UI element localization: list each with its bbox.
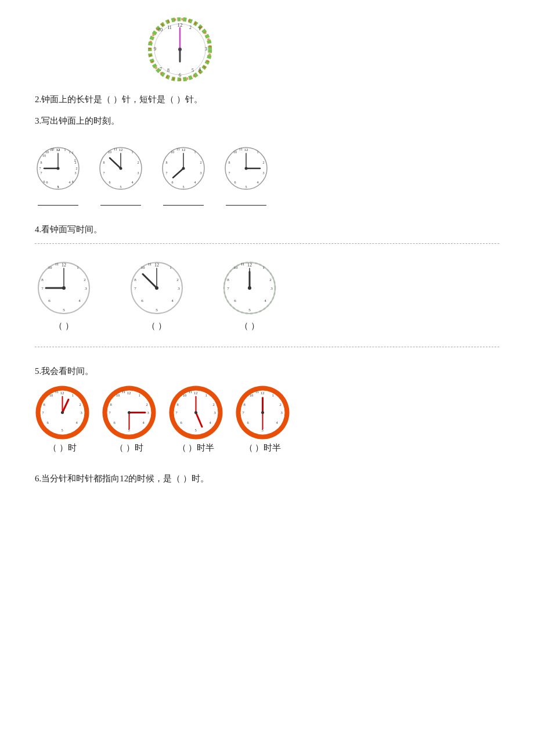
svg-text:12: 12: [261, 391, 265, 395]
svg-text:10: 10: [108, 150, 111, 154]
svg-text:8: 8: [227, 278, 229, 282]
svg-text:11: 11: [148, 262, 152, 267]
svg-text:2: 2: [75, 161, 77, 164]
svg-text:6: 6: [179, 73, 181, 78]
svg-text:8: 8: [243, 402, 245, 406]
svg-text:3: 3: [75, 171, 77, 175]
clock-4a: 12 1 2 3 4 5 6 7 8 10 11 （: [35, 259, 93, 332]
svg-text:8: 8: [41, 278, 44, 282]
svg-text:10: 10: [171, 150, 174, 154]
svg-text:1: 1: [205, 393, 207, 397]
svg-text:12: 12: [127, 391, 132, 395]
svg-point-17: [178, 48, 182, 51]
svg-text:4: 4: [72, 180, 74, 183]
svg-text:12: 12: [56, 147, 61, 152]
svg-text:2: 2: [176, 278, 179, 282]
clock-3b: 12 1 2 3 4 5 6 7 8 10 11: [98, 145, 144, 206]
svg-text:8: 8: [110, 402, 111, 406]
question-3-label: 3.写出钟面上的时刻。: [35, 113, 499, 129]
svg-text:11: 11: [51, 147, 55, 151]
clock-4c: 12 1 2 3 4 5 6 7 8 10 11 （ ）: [221, 259, 279, 332]
svg-text:2: 2: [146, 402, 147, 406]
svg-text:10: 10: [49, 393, 53, 397]
clock-5b: 12 1 2 3 4 5 6 7 8 10 11 （ ）时: [102, 385, 157, 453]
svg-text:7: 7: [134, 286, 136, 291]
svg-text:6: 6: [234, 181, 236, 184]
svg-text:1: 1: [138, 393, 140, 397]
svg-text:11: 11: [55, 262, 59, 267]
svg-text:1: 1: [169, 265, 172, 270]
svg-text:3: 3: [205, 46, 207, 52]
svg-point-134: [248, 286, 251, 290]
svg-text:1: 1: [69, 150, 71, 154]
svg-text:10: 10: [158, 27, 163, 33]
clock-4b: 12 1 2 3 4 5 6 7 8 10 11 （: [128, 259, 186, 332]
svg-text:2: 2: [263, 161, 265, 164]
svg-point-118: [155, 286, 158, 290]
answer-4c: （ ）: [240, 321, 259, 332]
svg-text:11: 11: [55, 390, 59, 394]
svg-text:11: 11: [167, 25, 172, 30]
svg-text:10: 10: [48, 265, 53, 270]
clock-3c: 12 1 2 3 4 5 6 7 8 10 11: [160, 145, 207, 206]
svg-text:8: 8: [134, 278, 136, 282]
svg-text:11: 11: [122, 390, 125, 394]
answer-3c: [163, 195, 204, 206]
svg-point-88: [245, 167, 248, 170]
svg-text:7: 7: [41, 286, 44, 291]
svg-text:1: 1: [262, 265, 265, 270]
svg-text:4: 4: [194, 181, 196, 184]
svg-text:4: 4: [199, 67, 201, 72]
svg-text:3: 3: [270, 286, 273, 291]
clock-decorative: 12 1 3 4 6 7 9 10 2 11 5 8: [148, 17, 212, 81]
label-5a: （ ）时: [48, 442, 77, 453]
svg-text:10: 10: [42, 154, 46, 157]
svg-text:7: 7: [41, 171, 42, 175]
clock-5c: 12 1 2 3 4 5 6 7 8 10 11 （ ）时半: [168, 385, 223, 453]
svg-text:9: 9: [154, 46, 156, 52]
svg-text:8: 8: [167, 68, 169, 73]
svg-text:3: 3: [263, 171, 265, 175]
svg-text:5: 5: [63, 308, 65, 312]
svg-text:11: 11: [189, 390, 192, 394]
svg-text:5: 5: [246, 185, 247, 189]
svg-text:6: 6: [109, 181, 111, 184]
svg-text:8: 8: [166, 161, 168, 164]
answer-4a: （ ）: [54, 321, 74, 332]
svg-point-198: [261, 411, 264, 414]
svg-text:5: 5: [192, 68, 194, 73]
svg-text:11: 11: [114, 147, 117, 151]
svg-text:1: 1: [257, 150, 259, 154]
svg-text:11: 11: [239, 147, 243, 151]
svg-text:7: 7: [227, 286, 229, 291]
svg-text:4: 4: [132, 181, 134, 184]
svg-text:5: 5: [57, 185, 59, 189]
svg-point-43: [57, 167, 60, 170]
svg-text:10: 10: [233, 150, 237, 154]
svg-text:8: 8: [229, 161, 230, 164]
svg-text:2: 2: [79, 402, 81, 406]
answer-3b: [100, 195, 141, 206]
label-5d: （ ）时半: [244, 442, 282, 453]
svg-text:4: 4: [78, 298, 81, 303]
svg-text:10: 10: [116, 393, 120, 397]
svg-text:2: 2: [279, 402, 281, 406]
svg-text:5: 5: [248, 308, 251, 312]
svg-text:3: 3: [80, 411, 82, 415]
clock-3d: 12 1 2 3 4 5 6 7 8 10 11: [223, 145, 269, 206]
svg-text:4: 4: [69, 181, 71, 184]
svg-text:11: 11: [241, 262, 245, 267]
answer-3a: [38, 195, 78, 206]
svg-text:4: 4: [264, 298, 266, 303]
svg-text:5: 5: [61, 428, 63, 432]
svg-text:3: 3: [147, 411, 149, 415]
svg-point-73: [182, 167, 185, 170]
answer-4b: （ ）: [147, 321, 167, 332]
svg-text:1: 1: [132, 150, 134, 154]
svg-point-182: [194, 411, 197, 414]
svg-text:12: 12: [154, 262, 159, 268]
svg-text:12: 12: [247, 262, 252, 268]
svg-text:5: 5: [183, 185, 185, 189]
svg-text:7: 7: [103, 171, 105, 175]
svg-point-103: [62, 286, 66, 290]
